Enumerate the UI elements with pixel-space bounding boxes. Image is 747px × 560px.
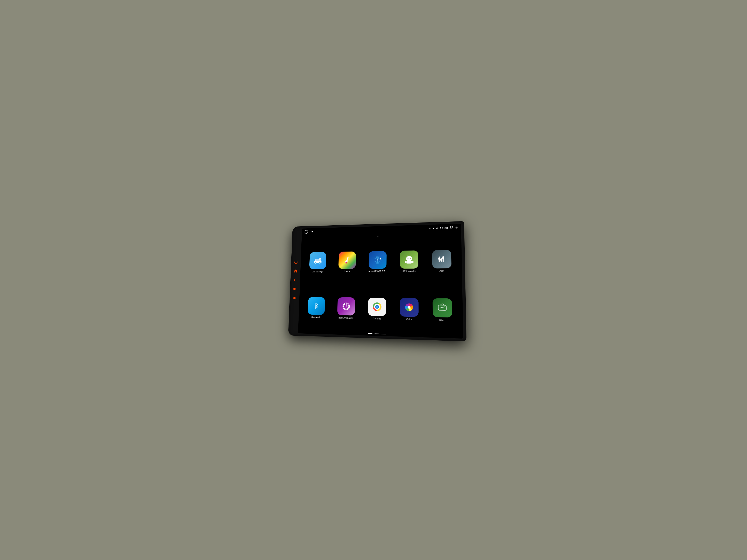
android-screen: ∗ ● ⇌ 19:00 <box>298 224 463 339</box>
app-bluetooth[interactable]: Bluetooth <box>302 286 331 330</box>
usb-icon <box>310 230 313 234</box>
svg-line-23 <box>411 255 411 256</box>
svg-rect-26 <box>412 261 414 263</box>
bluetooth-status-icon: ∗ <box>429 227 431 230</box>
recent-apps-icon[interactable] <box>450 226 453 230</box>
screen-bezel: ∗ ● ⇌ 19:00 <box>298 224 463 339</box>
svg-rect-1 <box>450 226 451 228</box>
app-chrome[interactable]: Chrome <box>362 286 392 332</box>
page-dot-3[interactable] <box>381 334 386 335</box>
chevron-down-icon: ⌄ <box>376 233 380 238</box>
svg-rect-3 <box>450 228 451 229</box>
volume-down-button[interactable] <box>292 295 297 301</box>
theme-icon <box>338 251 356 269</box>
app-theme[interactable]: Theme <box>333 240 361 284</box>
svg-rect-25 <box>405 261 406 263</box>
circle-icon[interactable] <box>305 230 308 234</box>
dab-icon: dab + <box>433 298 452 317</box>
app-grid: Car settings Theme <box>298 237 463 335</box>
status-time: 19:00 <box>440 226 448 230</box>
page-dot-2[interactable] <box>375 334 379 334</box>
svg-point-0 <box>305 230 308 234</box>
boot-animation-icon <box>337 297 355 315</box>
svg-text:dab: dab <box>441 306 444 309</box>
aux-icon <box>432 250 452 269</box>
app-car-settings[interactable]: Car settings <box>304 241 332 284</box>
theme-label: Theme <box>343 270 350 273</box>
color-icon <box>400 298 418 317</box>
back-button[interactable] <box>292 277 298 283</box>
car-settings-label: Car settings <box>312 270 323 273</box>
status-left-icons <box>305 230 313 234</box>
status-right-icons: ∗ ● ⇌ 19:00 <box>429 226 458 230</box>
svg-rect-2 <box>452 226 453 228</box>
color-label: Color <box>406 318 412 321</box>
aux-label: AUX <box>439 270 444 272</box>
page-dot-1[interactable] <box>368 333 372 334</box>
dab-label: DAB+ <box>439 318 446 321</box>
svg-line-36 <box>316 303 317 305</box>
app-boot[interactable]: Boot Animation <box>332 286 361 331</box>
location-status-icon: ● <box>433 227 435 230</box>
svg-text:+: + <box>444 306 445 308</box>
app-aux[interactable]: AUX <box>427 238 458 284</box>
bluetooth-label: Bluetooth <box>311 316 320 318</box>
apk-label: APK installer <box>403 270 416 272</box>
bluetooth-icon <box>308 297 325 315</box>
boot-animation-label: Boot Animation <box>338 316 353 319</box>
chrome-label: Chrome <box>373 317 381 320</box>
svg-line-22 <box>407 256 408 257</box>
nav-back-icon[interactable] <box>455 226 458 230</box>
apk-icon <box>400 250 418 269</box>
gps-icon <box>368 251 387 269</box>
app-color[interactable]: Color <box>394 286 424 333</box>
chrome-icon <box>368 298 386 316</box>
app-dab[interactable]: dab + DAB+ <box>427 286 459 334</box>
home-button[interactable] <box>293 268 298 274</box>
svg-point-19 <box>406 256 412 261</box>
power-button[interactable] <box>293 260 299 265</box>
volume-up-button[interactable] <box>292 286 298 292</box>
app-apk[interactable]: APK installer <box>394 239 424 284</box>
gps-label: AndroiTS GPS T... <box>368 270 387 272</box>
car-head-unit: ∗ ● ⇌ 19:00 <box>288 221 466 341</box>
signal-status-icon: ⇌ <box>436 227 438 230</box>
app-gps[interactable]: AndroiTS GPS T... <box>363 240 392 284</box>
svg-rect-24 <box>407 261 412 264</box>
car-settings-icon <box>309 252 327 269</box>
